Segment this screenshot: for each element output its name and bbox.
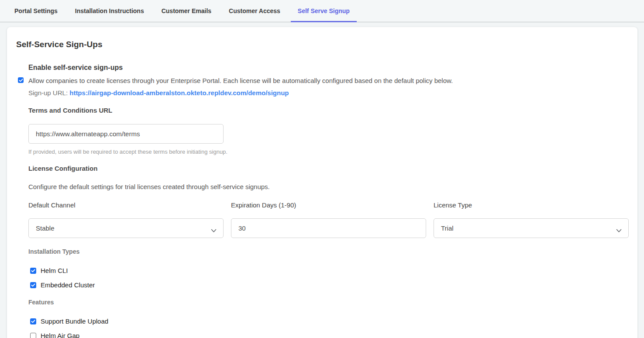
tab-customer-access[interactable]: Customer Access: [222, 0, 287, 22]
page-title: Self-Service Sign-Ups: [16, 39, 629, 50]
tab-self-serve-signup[interactable]: Self Serve Signup: [291, 0, 357, 22]
default-channel-select[interactable]: Stable: [28, 218, 224, 238]
enable-signups-checkbox[interactable]: [18, 77, 24, 83]
support-bundle-upload-label: Support Bundle Upload: [41, 318, 108, 325]
default-channel-field: Default Channel Stable: [28, 201, 224, 238]
helm-cli-checkbox[interactable]: [30, 268, 36, 274]
installation-types-heading: Installation Types: [28, 248, 629, 256]
license-type-select[interactable]: Trial: [434, 218, 629, 238]
expiration-days-input[interactable]: [231, 218, 426, 238]
helm-air-gap-label: Helm Air Gap: [41, 332, 79, 338]
features-heading: Features: [28, 298, 629, 307]
enable-signups-row: Allow companies to create licenses throu…: [18, 76, 629, 97]
settings-tabbar: Portal Settings Installation Instruction…: [0, 0, 644, 22]
check-icon: [31, 283, 35, 287]
terms-url-label: Terms and Conditions URL: [28, 106, 629, 115]
support-bundle-upload-checkbox[interactable]: [30, 318, 36, 324]
check-icon: [31, 320, 35, 323]
license-type-value: Trial: [441, 224, 454, 232]
enable-signups-description: Allow companies to create licenses throu…: [28, 76, 453, 85]
default-channel-label: Default Channel: [28, 201, 224, 210]
tab-customer-emails[interactable]: Customer Emails: [155, 0, 218, 22]
installation-type-embedded-cluster[interactable]: Embedded Cluster: [30, 282, 629, 289]
tab-portal-settings[interactable]: Portal Settings: [7, 0, 65, 22]
terms-url-input[interactable]: [28, 124, 224, 144]
license-configuration-heading: License Configuration: [28, 164, 629, 173]
license-configuration-description: Configure the default settings for trial…: [28, 182, 629, 191]
feature-helm-air-gap[interactable]: Helm Air Gap: [30, 332, 629, 338]
feature-support-bundle-upload[interactable]: Support Bundle Upload: [30, 318, 629, 325]
enable-signups-heading: Enable self-service sign-ups: [28, 63, 629, 72]
chevron-down-icon: [211, 227, 217, 234]
enable-signups-text: Allow companies to create licenses throu…: [28, 76, 453, 97]
chevron-down-icon: [616, 227, 622, 234]
installation-type-helm-cli[interactable]: Helm CLI: [30, 267, 629, 274]
license-type-label: License Type: [434, 201, 629, 210]
helm-air-gap-checkbox[interactable]: [30, 333, 36, 338]
self-serve-signup-panel: Self-Service Sign-Ups Enable self-servic…: [7, 27, 637, 338]
embedded-cluster-label: Embedded Cluster: [41, 282, 95, 289]
signup-url-line: Sign-up URL: https://airgap-download-amb…: [28, 88, 453, 97]
helm-cli-label: Helm CLI: [41, 267, 68, 274]
license-type-field: License Type Trial: [434, 201, 629, 238]
check-icon: [31, 269, 35, 272]
license-config-grid: Default Channel Stable Expiration Days (…: [28, 201, 629, 238]
expiration-days-label: Expiration Days (1-90): [231, 201, 426, 210]
signup-url-link[interactable]: https://airgap-download-amberalston.okte…: [69, 89, 289, 97]
signup-url-label: Sign-up URL:: [28, 89, 68, 97]
expiration-days-field: Expiration Days (1-90): [231, 201, 426, 238]
tab-installation-instructions[interactable]: Installation Instructions: [68, 0, 151, 22]
check-icon: [19, 79, 23, 82]
default-channel-value: Stable: [36, 224, 55, 232]
terms-url-helper: If provided, users will be required to a…: [28, 148, 629, 155]
embedded-cluster-checkbox[interactable]: [30, 282, 36, 288]
